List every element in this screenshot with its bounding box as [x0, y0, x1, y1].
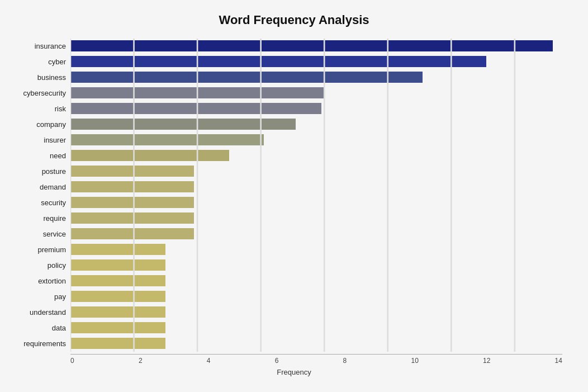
- bar: [70, 306, 165, 318]
- chart-title: Word Frequency Analysis: [15, 13, 573, 27]
- bar: [70, 291, 165, 302]
- x-tick: 6: [275, 357, 279, 365]
- bar-label: requirements: [15, 339, 70, 348]
- bar: [70, 275, 165, 286]
- bar: [70, 338, 165, 349]
- bar: [70, 103, 321, 114]
- bar-label: need: [15, 152, 70, 160]
- bar-row: pay: [70, 289, 562, 304]
- x-tick: 14: [555, 357, 562, 365]
- bar-row: requirements: [70, 336, 562, 351]
- bar-row: cyber: [70, 54, 562, 69]
- bar-row: insurance: [70, 39, 562, 53]
- bar-label: cyber: [15, 58, 70, 66]
- bar-label: company: [15, 120, 70, 129]
- bar: [70, 72, 423, 83]
- bar-row: require: [70, 211, 562, 225]
- bar: [70, 119, 296, 130]
- x-tick: 10: [411, 357, 418, 365]
- bar: [70, 244, 165, 255]
- bar-row: risk: [70, 101, 562, 116]
- bar-label: extortion: [15, 277, 70, 285]
- bar-row: understand: [70, 305, 562, 319]
- bar: [70, 134, 264, 145]
- bar: [70, 228, 194, 239]
- bar-row: company: [70, 117, 562, 131]
- bar: [70, 87, 324, 98]
- bar-label: posture: [15, 167, 70, 176]
- bar-row: policy: [70, 258, 562, 272]
- bar-row: insurer: [70, 133, 562, 147]
- bar-label: security: [15, 199, 70, 207]
- x-ticks: 02468101214: [70, 357, 562, 365]
- x-tick: 4: [207, 357, 211, 365]
- bar: [70, 181, 194, 192]
- bar-row: security: [70, 195, 562, 210]
- bar-row: service: [70, 226, 562, 241]
- bar: [70, 197, 194, 208]
- x-tick: 2: [139, 357, 143, 365]
- bar-row: cybersecurity: [70, 86, 562, 100]
- bar-row: need: [70, 148, 562, 163]
- bar-label: service: [15, 230, 70, 238]
- x-tick: 12: [483, 357, 490, 365]
- bar-label: cybersecurity: [15, 89, 70, 97]
- bar-label: risk: [15, 105, 70, 113]
- bar: [70, 212, 194, 224]
- bar-row: demand: [70, 180, 562, 194]
- bar: [70, 166, 194, 177]
- bar: [70, 259, 165, 271]
- bar-label: insurance: [15, 42, 70, 50]
- x-tick: 0: [70, 357, 74, 365]
- bar-label: require: [15, 214, 70, 223]
- bar-label: insurer: [15, 136, 70, 144]
- x-tick: 8: [343, 357, 347, 365]
- bar-label: premium: [15, 245, 70, 254]
- bar-label: understand: [15, 308, 70, 317]
- bar-row: premium: [70, 242, 562, 257]
- bar-label: demand: [15, 183, 70, 191]
- x-axis-label: Frequency: [15, 368, 573, 376]
- chart-container: Word Frequency Analysis insurancecyberbu…: [3, 2, 585, 390]
- x-axis: 02468101214: [70, 354, 562, 365]
- bar: [70, 40, 553, 51]
- bar-row: posture: [70, 164, 562, 178]
- bar-row: extortion: [70, 273, 562, 288]
- bar: [70, 150, 229, 161]
- bar-label: data: [15, 324, 70, 332]
- bar: [70, 322, 165, 333]
- bar-row: data: [70, 320, 562, 335]
- bar-label: policy: [15, 261, 70, 270]
- bar: [70, 56, 486, 67]
- bar-label: business: [15, 73, 70, 82]
- bars-area: insurancecyberbusinesscybersecurityriskc…: [70, 39, 562, 351]
- bar-label: pay: [15, 292, 70, 301]
- bar-row: business: [70, 70, 562, 84]
